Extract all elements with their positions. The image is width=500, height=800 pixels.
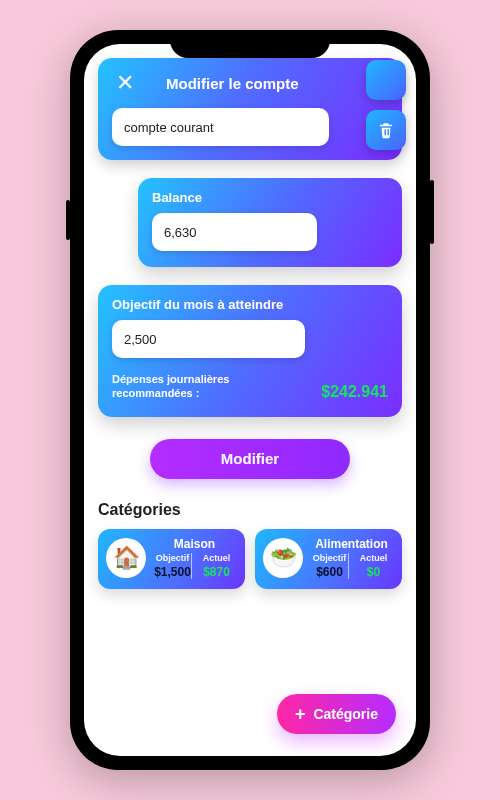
recommended-amount: $242.941 xyxy=(321,383,388,401)
objective-value: $600 xyxy=(311,565,348,579)
objective-card: Objectif du mois à atteindre Dépenses jo… xyxy=(98,285,402,417)
modify-button[interactable]: Modifier xyxy=(150,439,350,479)
objective-col-label: Objectif xyxy=(156,553,190,563)
add-category-label: Catégorie xyxy=(313,706,378,722)
categories-row: 🏠 Maison Objectif $1,500 Actuel $870 xyxy=(98,529,402,589)
plus-icon: + xyxy=(295,705,306,723)
add-category-button[interactable]: + Catégorie xyxy=(277,694,396,734)
edit-account-header: ✕ Modifier le compte xyxy=(98,58,402,160)
delete-button[interactable] xyxy=(366,110,406,150)
screen: ✕ Modifier le compte Balance Objectif du… xyxy=(84,44,416,756)
content: ✕ Modifier le compte Balance Objectif du… xyxy=(84,44,416,756)
categories-heading: Catégories xyxy=(98,501,402,519)
color-swatch-button[interactable] xyxy=(366,60,406,100)
objective-col-label: Objectif xyxy=(313,553,347,563)
actual-value: $870 xyxy=(198,565,235,579)
category-title: Alimentation xyxy=(311,537,392,551)
category-card-maison[interactable]: 🏠 Maison Objectif $1,500 Actuel $870 xyxy=(98,529,245,589)
actual-col-label: Actuel xyxy=(203,553,231,563)
category-title: Maison xyxy=(154,537,235,551)
device-notch xyxy=(170,30,330,58)
header-action-stack xyxy=(366,60,406,150)
food-icon: 🥗 xyxy=(263,538,303,578)
category-card-alimentation[interactable]: 🥗 Alimentation Objectif $600 Actuel $0 xyxy=(255,529,402,589)
house-icon: 🏠 xyxy=(106,538,146,578)
objective-value: $1,500 xyxy=(154,565,191,579)
page-title: Modifier le compte xyxy=(166,75,299,92)
trash-icon xyxy=(377,121,395,139)
balance-card: Balance xyxy=(138,178,402,267)
balance-input[interactable] xyxy=(152,213,317,251)
phone-frame: ✕ Modifier le compte Balance Objectif du… xyxy=(70,30,430,770)
account-name-input[interactable] xyxy=(112,108,329,146)
recommended-label: Dépenses journalières recommandées : xyxy=(112,372,262,401)
objective-input[interactable] xyxy=(112,320,305,358)
actual-value: $0 xyxy=(355,565,392,579)
close-icon[interactable]: ✕ xyxy=(112,70,138,96)
balance-label: Balance xyxy=(152,190,388,205)
actual-col-label: Actuel xyxy=(360,553,388,563)
objective-label: Objectif du mois à atteindre xyxy=(112,297,388,312)
